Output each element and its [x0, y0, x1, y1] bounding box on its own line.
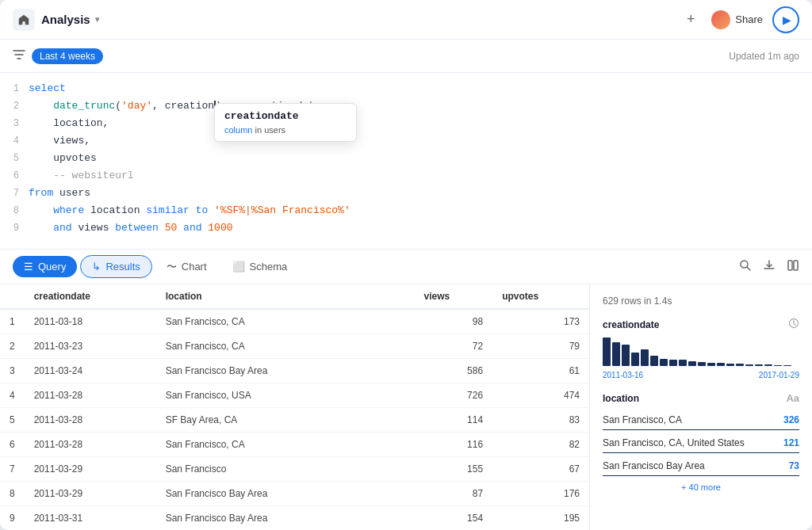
more-link[interactable]: + 40 more — [603, 482, 799, 492]
date-range-labels: 2011-03-16 2017-01-29 — [603, 371, 799, 379]
app-container: Analysis ▼ + Share ▶ Last — [0, 0, 812, 530]
cell-views: 155 — [414, 457, 492, 482]
location-count: 121 — [783, 437, 799, 448]
cell-date: 2011-03-28 — [25, 433, 156, 457]
cell-spacer — [366, 433, 414, 457]
cell-date: 2011-03-29 — [25, 457, 156, 482]
creationdate-label: creationdate — [603, 318, 799, 331]
cell-rownum: 2 — [0, 334, 25, 359]
cell-location: San Francisco, USA — [156, 383, 367, 408]
bar-segment — [622, 345, 630, 366]
cell-views: 116 — [414, 433, 492, 457]
svg-rect-5 — [788, 261, 792, 270]
cell-upvotes: 79 — [492, 334, 589, 359]
tab-query[interactable]: ☰ Query — [13, 256, 77, 277]
autocomplete-popup[interactable]: creationdate column in users — [214, 103, 357, 142]
cell-views: 114 — [414, 408, 492, 433]
add-button[interactable]: + — [680, 9, 702, 31]
results-panel[interactable]: creationdate location views upvotes 1 20… — [0, 284, 590, 530]
tabs-left: ☰ Query ↳ Results 〜 Chart ⬜ Schema — [13, 255, 298, 279]
location-item[interactable]: San Francisco, CA 326 — [603, 410, 799, 430]
home-icon[interactable] — [13, 9, 35, 31]
analysis-title[interactable]: Analysis ▼ — [41, 13, 102, 26]
cell-views: 154 — [414, 506, 492, 531]
table-row: 7 2011-03-29 San Francisco 155 67 — [0, 457, 589, 482]
share-label: Share — [735, 13, 763, 25]
query-icon: ☰ — [24, 261, 33, 273]
bar-segment — [603, 337, 611, 366]
code-line-8: 8 where location similar to '%SF%|%San F… — [0, 204, 812, 222]
col-header-creationdate: creationdate — [25, 284, 156, 309]
table-row: 6 2011-03-28 San Francisco, CA 116 82 — [0, 433, 589, 457]
bar-segment — [774, 365, 782, 366]
cell-location: San Francisco Bay Area — [156, 506, 367, 531]
svg-line-4 — [747, 267, 750, 270]
location-item[interactable]: San Francisco Bay Area 73 — [603, 456, 799, 476]
download-icon[interactable] — [763, 259, 776, 275]
creationdate-text: creationdate — [603, 319, 659, 330]
bar-segment — [641, 349, 649, 366]
bar-segment — [736, 364, 744, 366]
cell-rownum: 1 — [0, 309, 25, 334]
main-content: creationdate location views upvotes 1 20… — [0, 284, 812, 530]
tab-results[interactable]: ↳ Results — [80, 255, 151, 278]
filter-icon[interactable] — [13, 49, 25, 63]
meta-keyword: column — [224, 125, 252, 135]
code-line-7: 7 from users — [0, 187, 812, 204]
code-editor[interactable]: 1 select 2 date_trunc('day', creation) a… — [0, 73, 812, 249]
schema-label: Schema — [250, 261, 288, 273]
cell-rownum: 9 — [0, 506, 25, 531]
bar-segment — [783, 365, 791, 366]
date-filter-badge[interactable]: Last 4 weeks — [32, 48, 103, 64]
rows-info: 629 rows in 1.4s — [603, 296, 799, 307]
run-button[interactable]: ▶ — [772, 6, 799, 33]
bar-segment — [679, 360, 687, 366]
location-count: 73 — [789, 460, 799, 471]
cell-spacer — [366, 506, 414, 531]
search-icon[interactable] — [739, 259, 752, 275]
bar-segment — [707, 363, 715, 366]
cell-location: San Francisco Bay Area — [156, 359, 367, 383]
bar-segment — [631, 353, 639, 366]
tabs-right — [739, 259, 799, 275]
cell-spacer — [366, 482, 414, 506]
cell-rownum: 3 — [0, 359, 25, 383]
header: Analysis ▼ + Share ▶ — [0, 0, 812, 40]
cell-date: 2011-03-18 — [25, 309, 156, 334]
cell-spacer — [366, 408, 414, 433]
cell-rownum: 7 — [0, 457, 25, 482]
cell-spacer — [366, 383, 414, 408]
bar-segment — [650, 356, 658, 366]
location-label-text: location — [603, 393, 639, 404]
cell-upvotes: 173 — [492, 309, 589, 334]
location-item[interactable]: San Francisco, CA, United States 121 — [603, 433, 799, 453]
bar-segment — [745, 364, 753, 366]
code-line-1: 1 select — [0, 82, 812, 100]
bar-segment — [688, 361, 696, 366]
bar-segment — [726, 364, 734, 366]
clock-icon — [788, 318, 799, 331]
code-line-4: 4 views, — [0, 135, 812, 152]
tab-chart[interactable]: 〜 Chart — [155, 255, 218, 279]
cell-rownum: 6 — [0, 433, 25, 457]
code-line-5: 5 upvotes — [0, 152, 812, 170]
bar-segment — [717, 363, 725, 366]
cell-views: 586 — [414, 359, 492, 383]
layout-icon[interactable] — [787, 259, 799, 275]
cell-date: 2011-03-31 — [25, 506, 156, 531]
bar-segment — [669, 360, 677, 366]
table-row: 9 2011-03-31 San Francisco Bay Area 154 … — [0, 506, 589, 531]
table-row: 2 2011-03-23 San Francisco, CA 72 79 — [0, 334, 589, 359]
table-row: 3 2011-03-24 San Francisco Bay Area 586 … — [0, 359, 589, 383]
date-end: 2017-01-29 — [759, 371, 799, 379]
chart-icon: 〜 — [167, 260, 177, 274]
results-table: creationdate location views upvotes 1 20… — [0, 284, 589, 530]
meta-table: in users — [255, 125, 286, 135]
tab-schema[interactable]: ⬜ Schema — [221, 256, 299, 277]
share-button[interactable]: Share — [711, 10, 763, 29]
cell-views: 98 — [414, 309, 492, 334]
cell-date: 2011-03-24 — [25, 359, 156, 383]
toolbar: Last 4 weeks Updated 1m ago — [0, 40, 812, 73]
cell-views: 72 — [414, 334, 492, 359]
tab-bar: ☰ Query ↳ Results 〜 Chart ⬜ Schema — [0, 250, 812, 284]
